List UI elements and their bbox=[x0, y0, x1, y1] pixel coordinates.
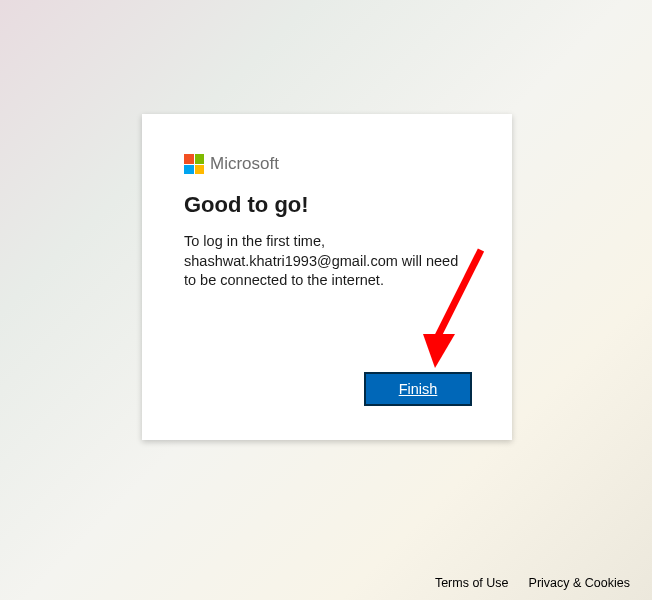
brand-name: Microsoft bbox=[210, 154, 279, 174]
privacy-cookies-link[interactable]: Privacy & Cookies bbox=[529, 576, 630, 590]
dialog-heading: Good to go! bbox=[184, 192, 470, 218]
dialog-body-text: To log in the first time, shashwat.khatr… bbox=[184, 232, 470, 291]
dialog-card: Microsoft Good to go! To log in the firs… bbox=[142, 114, 512, 440]
brand-row: Microsoft bbox=[184, 154, 470, 174]
finish-button[interactable]: Finish bbox=[364, 372, 472, 406]
terms-of-use-link[interactable]: Terms of Use bbox=[435, 576, 509, 590]
microsoft-logo-icon bbox=[184, 154, 204, 174]
footer-links: Terms of Use Privacy & Cookies bbox=[435, 576, 630, 590]
